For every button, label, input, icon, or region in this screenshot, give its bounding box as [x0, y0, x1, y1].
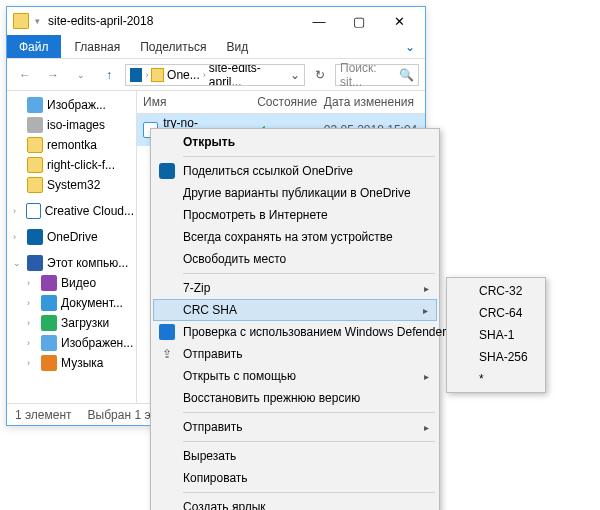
menu-crc-sha[interactable]: CRC SHA▸: [153, 299, 437, 321]
close-button[interactable]: ✕: [379, 7, 419, 35]
chevron-right-icon: ›: [203, 70, 206, 80]
chevron-down-icon: ⌄: [13, 258, 23, 268]
menu-separator: [183, 273, 435, 274]
tab-file[interactable]: Файл: [7, 35, 61, 58]
onedrive-icon: [130, 68, 142, 82]
menu-create-shortcut[interactable]: Создать ярлык: [153, 496, 437, 510]
search-icon: 🔍: [399, 68, 414, 82]
pc-icon: [27, 255, 43, 271]
context-menu: Открыть Поделиться ссылкой OneDrive Друг…: [150, 128, 440, 510]
menu-cut[interactable]: Вырезать: [153, 445, 437, 467]
menu-share[interactable]: ⇪Отправить: [153, 343, 437, 365]
titlebar: ▾ site-edits-april-2018 — ▢ ✕: [7, 7, 425, 35]
crc-sha-submenu: CRC-32 CRC-64 SHA-1 SHA-256 *: [446, 277, 546, 393]
folder-icon: [27, 157, 43, 173]
folder-icon: [13, 13, 29, 29]
breadcrumb-seg: One...: [167, 68, 200, 82]
breadcrumb-dropdown-icon[interactable]: ⌄: [290, 68, 300, 82]
submenu-sha256[interactable]: SHA-256: [449, 346, 543, 368]
qat-dropdown-icon[interactable]: ▾: [35, 16, 40, 26]
menu-7zip[interactable]: 7-Zip▸: [153, 277, 437, 299]
tree-node-downloads[interactable]: ›Загрузки: [9, 313, 134, 333]
menu-always-offline[interactable]: Всегда сохранять на этом устройстве: [153, 226, 437, 248]
disk-icon: [27, 117, 43, 133]
menu-copy[interactable]: Копировать: [153, 467, 437, 489]
menu-free-space[interactable]: Освободить место: [153, 248, 437, 270]
chevron-right-icon: ▸: [424, 283, 429, 294]
shield-icon: [159, 324, 175, 340]
submenu-crc64[interactable]: CRC-64: [449, 302, 543, 324]
folder-icon: [27, 177, 43, 193]
tab-share[interactable]: Поделиться: [130, 35, 216, 58]
menu-open-with[interactable]: Открыть с помощью▸: [153, 365, 437, 387]
tree-node-music[interactable]: ›Музыка: [9, 353, 134, 373]
cloud-icon: [26, 203, 41, 219]
ribbon-tabs: Файл Главная Поделиться Вид ⌄: [7, 35, 425, 59]
submenu-crc32[interactable]: CRC-32: [449, 280, 543, 302]
breadcrumb-seg: site-edits-april...: [209, 64, 284, 86]
chevron-right-icon: ▸: [424, 422, 429, 433]
pictures-icon: [41, 335, 57, 351]
menu-other-publications[interactable]: Другие варианты публикации в OneDrive: [153, 182, 437, 204]
back-button[interactable]: ←: [13, 63, 37, 87]
search-placeholder: Поиск: sit...: [340, 61, 395, 89]
chevron-right-icon: ▸: [423, 305, 428, 316]
status-item-count: 1 элемент: [15, 408, 72, 422]
menu-separator: [183, 441, 435, 442]
tree-node[interactable]: iso-images: [9, 115, 134, 135]
tree-node[interactable]: right-click-f...: [9, 155, 134, 175]
navigation-pane[interactable]: Изображ... iso-images remontka right-cli…: [7, 91, 137, 403]
tree-node-pictures[interactable]: Изображ...: [9, 95, 134, 115]
chevron-right-icon: ▸: [424, 371, 429, 382]
tree-node-pictures2[interactable]: ›Изображен...: [9, 333, 134, 353]
forward-button[interactable]: →: [41, 63, 65, 87]
chevron-right-icon: ›: [145, 70, 148, 80]
submenu-sha1[interactable]: SHA-1: [449, 324, 543, 346]
share-icon: ⇪: [159, 346, 175, 362]
tree-node[interactable]: System32: [9, 175, 134, 195]
menu-view-internet[interactable]: Просмотреть в Интернете: [153, 204, 437, 226]
col-date[interactable]: Дата изменения: [324, 95, 419, 109]
tree-node[interactable]: remontka: [9, 135, 134, 155]
menu-defender[interactable]: Проверка с использованием Windows Defend…: [153, 321, 437, 343]
music-icon: [41, 355, 57, 371]
menu-open[interactable]: Открыть: [153, 131, 437, 153]
breadcrumb[interactable]: › One... › site-edits-april... ⌄: [125, 64, 305, 86]
onedrive-icon: [27, 229, 43, 245]
submenu-all[interactable]: *: [449, 368, 543, 390]
menu-restore-prev[interactable]: Восстановить прежнюю версию: [153, 387, 437, 409]
ribbon-expand-icon[interactable]: ⌄: [395, 35, 425, 58]
column-headers[interactable]: Имя Состояние Дата изменения: [137, 91, 425, 114]
tab-home[interactable]: Главная: [65, 35, 131, 58]
minimize-button[interactable]: —: [299, 7, 339, 35]
refresh-button[interactable]: ↻: [309, 64, 331, 86]
folder-icon: [27, 137, 43, 153]
pictures-icon: [27, 97, 43, 113]
chevron-right-icon: ›: [13, 232, 23, 242]
tree-node-video[interactable]: ›Видео: [9, 273, 134, 293]
tree-node-creative-cloud[interactable]: ›Creative Cloud...: [9, 201, 134, 221]
menu-send-to[interactable]: Отправить▸: [153, 416, 437, 438]
address-bar: ← → ⌄ ↑ › One... › site-edits-april... ⌄…: [7, 59, 425, 91]
folder-icon: [151, 68, 164, 82]
chevron-right-icon: ›: [13, 206, 22, 216]
col-state[interactable]: Состояние: [257, 95, 324, 109]
tree-node-onedrive[interactable]: ›OneDrive: [9, 227, 134, 247]
menu-separator: [183, 412, 435, 413]
search-input[interactable]: Поиск: sit... 🔍: [335, 64, 419, 86]
tree-node-this-pc[interactable]: ⌄Этот компью...: [9, 253, 134, 273]
quick-access-toolbar: ▾: [35, 16, 40, 26]
tree-node-documents[interactable]: ›Документ...: [9, 293, 134, 313]
window-title: site-edits-april-2018: [48, 14, 299, 28]
downloads-icon: [41, 315, 57, 331]
menu-separator: [183, 492, 435, 493]
maximize-button[interactable]: ▢: [339, 7, 379, 35]
up-button[interactable]: ↑: [97, 63, 121, 87]
menu-separator: [183, 156, 435, 157]
col-name[interactable]: Имя: [143, 95, 257, 109]
menu-share-onedrive[interactable]: Поделиться ссылкой OneDrive: [153, 160, 437, 182]
history-dropdown-icon[interactable]: ⌄: [69, 63, 93, 87]
onedrive-icon: [159, 163, 175, 179]
tab-view[interactable]: Вид: [216, 35, 258, 58]
documents-icon: [41, 295, 57, 311]
